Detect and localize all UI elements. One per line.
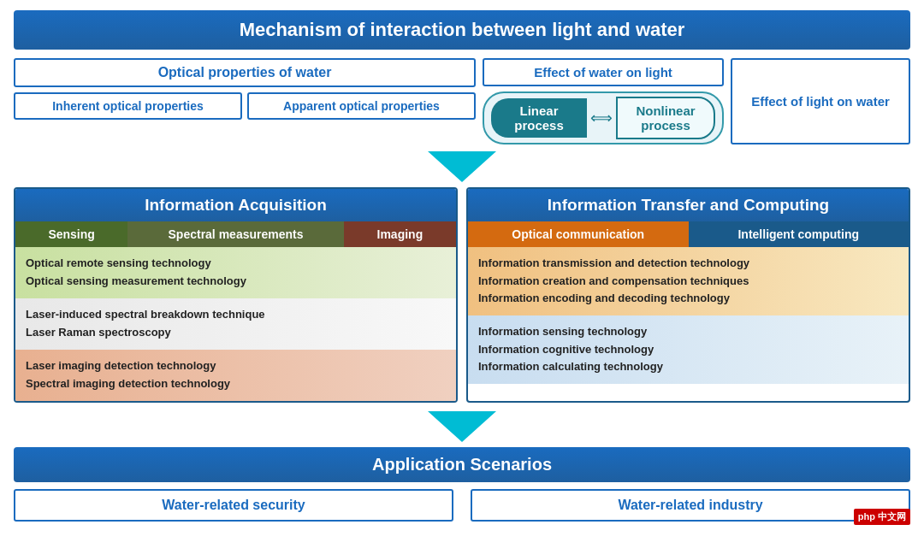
php-watermark: php 中文网 [854, 509, 910, 525]
nonlinear-process: Nonlinear process [616, 97, 715, 139]
tab-imaging: Imaging [344, 221, 456, 247]
optical-props-title: Optical properties of water [14, 58, 476, 87]
optical-props-sub: Inherent optical properties Apparent opt… [14, 92, 476, 120]
acq-block-1: Optical remote sensing technologyOptical… [15, 247, 456, 298]
transfer-text-1: Information transmission and detection t… [478, 255, 898, 308]
tab-intelligent: Intelligent computing [689, 221, 909, 247]
double-arrow-icon: ⟺ [587, 109, 616, 127]
info-transfer-section: Information Transfer and Computing Optic… [466, 187, 910, 403]
tab-sensing: Sensing [15, 221, 127, 247]
linear-nonlinear-container: Linear process ⟺ Nonlinear process [483, 91, 724, 144]
effect-water-on-light-group: Effect of water on light Linear process … [483, 58, 724, 144]
effect-water-on-light-title: Effect of water on light [483, 58, 724, 86]
acq-block-2: Laser-induced spectral breakdown techniq… [15, 298, 456, 350]
acq-block-3: Laser imaging detection technologySpectr… [15, 350, 456, 401]
acq-text-1: Optical remote sensing technologyOptical… [26, 255, 446, 291]
down-arrow-connector [14, 151, 910, 182]
transfer-block-2: Information sensing technologyInformatio… [468, 315, 909, 384]
app-item-security: Water-related security [14, 489, 453, 522]
acq-text-3: Laser imaging detection technologySpectr… [26, 357, 446, 393]
application-items: Water-related security Water-related ind… [14, 489, 910, 522]
main-title: Mechanism of interaction between light a… [14, 10, 910, 50]
app-item-industry: Water-related industry [471, 489, 910, 522]
transfer-content: Information transmission and detection t… [468, 247, 909, 384]
transfer-tabs: Optical communication Intelligent comput… [468, 221, 909, 247]
effect-light-on-water: Effect of light on water [731, 58, 910, 144]
info-acquisition-title: Information Acquisition [15, 189, 456, 221]
acquisition-content: Optical remote sensing technologyOptical… [15, 247, 456, 401]
tab-spectral: Spectral measurements [127, 221, 344, 247]
inherent-optical-props: Inherent optical properties [14, 92, 242, 120]
info-transfer-title: Information Transfer and Computing [468, 189, 909, 221]
optical-props-group: Optical properties of water Inherent opt… [14, 58, 476, 144]
down-arrow-connector-2 [14, 411, 910, 442]
down-arrow-icon-2 [428, 411, 496, 442]
application-section: Application Scenarios Water-related secu… [14, 447, 910, 522]
main-content-row: Information Acquisition Sensing Spectral… [14, 187, 910, 403]
transfer-block-1: Information transmission and detection t… [468, 247, 909, 315]
apparent-optical-props: Apparent optical properties [247, 92, 476, 120]
info-acquisition-section: Information Acquisition Sensing Spectral… [14, 187, 458, 403]
tab-optical-comm: Optical communication [468, 221, 689, 247]
transfer-text-2: Information sensing technologyInformatio… [478, 323, 898, 376]
application-title: Application Scenarios [14, 447, 910, 482]
acq-text-2: Laser-induced spectral breakdown techniq… [26, 306, 446, 342]
linear-process: Linear process [491, 98, 587, 138]
acquisition-tabs: Sensing Spectral measurements Imaging [15, 221, 456, 247]
down-arrow-icon [428, 151, 496, 182]
